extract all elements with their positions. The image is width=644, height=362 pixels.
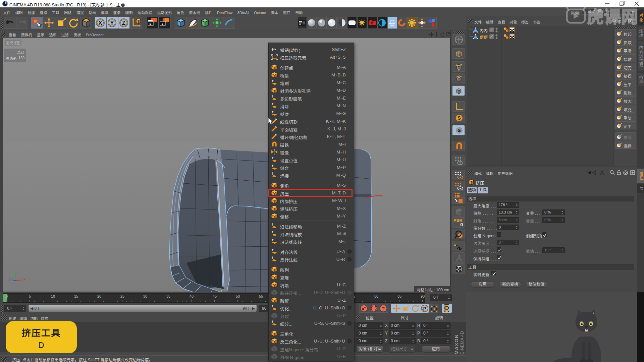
svg-text:Z: Z xyxy=(122,20,125,26)
svg-text:S: S xyxy=(458,128,461,133)
svg-text:P: P xyxy=(423,306,426,311)
svg-text:X: X xyxy=(23,278,26,282)
svg-text:Y: Y xyxy=(110,20,114,26)
svg-text:Z: Z xyxy=(9,278,11,282)
svg-text:X: X xyxy=(98,20,102,26)
svg-text:?: ? xyxy=(382,306,385,311)
svg-text:Y: Y xyxy=(15,269,17,273)
svg-text:S: S xyxy=(458,115,461,121)
